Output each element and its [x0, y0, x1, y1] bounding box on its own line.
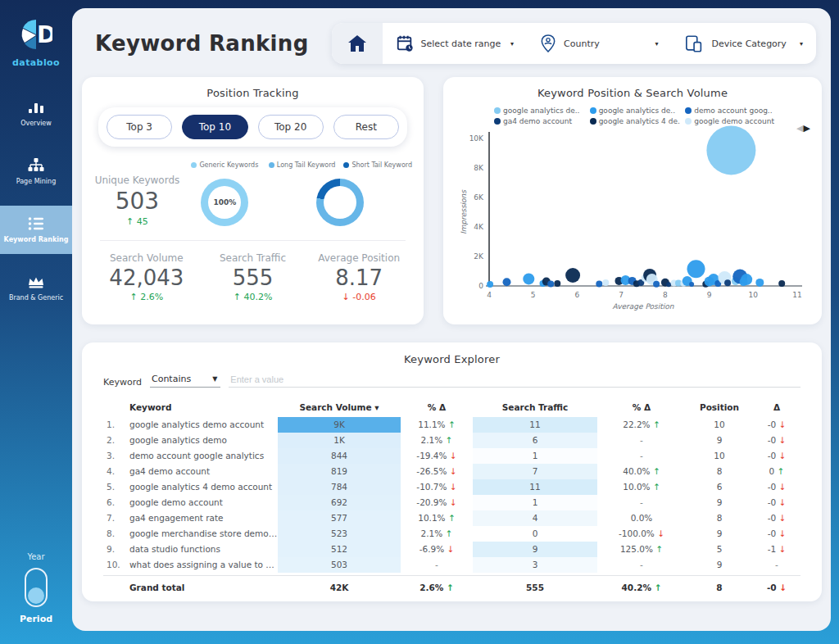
legend-item[interactable]: google analytics 4 de..	[590, 117, 681, 125]
tab-top-10[interactable]: Top 10	[182, 115, 247, 139]
legend-item[interactable]: google demo account	[685, 117, 776, 125]
pager-left-icon[interactable]: ◀	[796, 123, 803, 134]
search-traffic-cell: 0	[473, 526, 597, 542]
legend-item[interactable]: google analytics de..	[590, 107, 681, 115]
chart-legend: google analytics de..google analytics de…	[494, 107, 776, 125]
legend-item[interactable]: Long Tail Keyword	[269, 161, 336, 169]
position-cell: 9	[686, 526, 753, 542]
search-volume-cell: 523	[278, 526, 401, 542]
search-volume-cell: 503	[278, 557, 401, 573]
search-traffic-delta-cell: -	[597, 557, 686, 573]
date-range-filter[interactable]: Select date range ▾	[383, 23, 527, 64]
table-row: 5.google analytics 4 demo account784-10.…	[103, 479, 800, 495]
scatter-plot[interactable]: 02K4K6K8K10K4567891011Average PositionIm…	[456, 129, 809, 319]
tab-top-20[interactable]: Top 20	[258, 115, 324, 139]
column-header[interactable]: Keyword	[129, 402, 278, 412]
search-volume-delta-cell: 2.1% ↑	[401, 526, 473, 542]
sidebar-item-label: Overview	[20, 120, 52, 127]
search-volume-delta-cell: -20.9% ↓	[401, 495, 473, 510]
table-row: 3.demo account google analytics844-19.4%…	[103, 448, 800, 464]
grand-total-sv: 42K	[278, 578, 401, 593]
grand-total-std: 40.2% ↑	[597, 578, 686, 593]
sidebar-item-brand-generic[interactable]: Brand & Generic	[0, 264, 72, 312]
position-delta-cell: -0 ↓	[753, 433, 800, 448]
keyword-table: KeywordSearch Volume ▾% ΔSearch Traffic%…	[103, 401, 800, 595]
svg-text:D: D	[37, 21, 52, 48]
table-row: 9.data studio functions512-6.9% ↓9125.0%…	[103, 542, 800, 557]
table-body: 1.google analytics demo account9K11.1% ↑…	[103, 417, 800, 595]
metric-value: 8.17	[306, 265, 412, 290]
row-number: 3.	[103, 448, 129, 464]
metric-label: Search Traffic	[200, 252, 306, 264]
sidebar-item-keyword-ranking[interactable]: Keyword Ranking	[0, 206, 72, 254]
legend-item[interactable]: google analytics de..	[494, 107, 585, 115]
sidebar-nav: Overview Page Mining Keyword Ranking Bra…	[0, 89, 72, 322]
keyword-cell: ga4 demo account	[129, 464, 278, 479]
pager-right-icon[interactable]: ▶	[804, 123, 810, 134]
period-toggle-group: Year Period	[20, 552, 52, 624]
search-traffic-cell: 1	[473, 495, 597, 510]
keyword-cell: google merchandise store demo account	[129, 526, 278, 542]
position-tracking-totals: Search Volume 42,043 ↑ 2.6% Search Traff…	[93, 252, 412, 302]
toggle-period-label: Period	[20, 614, 52, 624]
filter-field-label: Keyword	[103, 377, 142, 388]
operator-value: Contains	[152, 374, 191, 384]
filter-bar: Select date range ▾ Country ▾ Device Cat…	[332, 23, 816, 64]
sitemap-icon	[28, 158, 44, 173]
position-cell: 8	[686, 464, 753, 479]
svg-text:10K: 10K	[469, 134, 484, 143]
brand-name: databloo	[12, 57, 60, 68]
metric-delta: ↑ 45	[93, 216, 181, 227]
home-button[interactable]	[332, 23, 383, 64]
grand-total-pos: 8	[686, 578, 753, 593]
metric-value: 42,043	[93, 265, 200, 290]
grand-total-row: Grand total42K2.6% ↑55540.2% ↑8-0 ↓	[103, 575, 800, 595]
legend-item[interactable]: demo account goog..	[685, 107, 776, 115]
metric-delta: ↑ 40.2%	[200, 292, 306, 302]
column-header[interactable]: % Δ	[401, 402, 473, 412]
keyword-explorer-card: Keyword Explorer Keyword Contains ▼ Keyw…	[82, 342, 822, 601]
svg-text:8K: 8K	[474, 164, 484, 172]
position-delta-cell: -0 ↓	[753, 526, 800, 542]
column-header[interactable]: Δ	[753, 402, 800, 412]
table-row: 8.google merchandise store demo account5…	[103, 526, 800, 542]
column-header[interactable]: Search Volume ▾	[278, 402, 401, 412]
device-category-filter[interactable]: Device Category ▾	[672, 23, 816, 64]
row-number: 6.	[103, 495, 129, 510]
country-filter[interactable]: Country ▾	[527, 23, 671, 64]
table-row: 6.google demo account692-20.9% ↓1-9-0 ↓	[103, 495, 800, 510]
keyword-cell: google analytics 4 demo account	[129, 479, 278, 495]
position-delta-cell: -	[753, 557, 800, 573]
column-header[interactable]: % Δ	[597, 402, 686, 412]
search-traffic-cell: 6	[473, 433, 597, 448]
tail-keywords-donut: Long Tail Keyword Short Tail Keyword	[269, 161, 412, 226]
search-traffic-delta-cell: 125.0% ↑	[597, 542, 686, 557]
column-header[interactable]: Position	[686, 402, 753, 412]
toggle-knob	[28, 587, 44, 604]
operator-select[interactable]: Contains ▼	[150, 374, 220, 388]
keyword-search-input[interactable]	[229, 374, 800, 388]
unique-keywords-metric: Unique Keywords 503 ↑ 45	[93, 161, 181, 227]
svg-text:11: 11	[792, 291, 801, 299]
legend-item[interactable]: Short Tail Keyword	[343, 161, 412, 169]
legend-item[interactable]: Generic Keywords	[191, 161, 258, 169]
page-title: Keyword Ranking	[95, 31, 309, 56]
search-volume-cell: 784	[278, 479, 401, 495]
position-cell: 9	[686, 557, 753, 573]
legend-dot	[494, 118, 501, 125]
main-content: Keyword Ranking Select date range ▾	[72, 8, 831, 631]
sidebar-item-page-mining[interactable]: Page Mining	[0, 147, 72, 196]
location-pin-icon	[540, 34, 556, 53]
column-header[interactable]: Search Traffic	[473, 402, 597, 412]
sidebar-item-label: Keyword Ranking	[4, 236, 69, 243]
position-delta-cell: 0 ↑	[753, 464, 800, 479]
tab-rest[interactable]: Rest	[333, 115, 399, 139]
search-traffic-delta-cell: -100.0% ↓	[597, 526, 686, 542]
year-period-toggle[interactable]	[25, 568, 48, 607]
sidebar-item-overview[interactable]: Overview	[0, 89, 72, 138]
search-traffic-cell: 7	[473, 464, 597, 479]
legend-item[interactable]: ga4 demo account	[494, 117, 585, 125]
tab-top-3[interactable]: Top 3	[107, 115, 172, 139]
metric-label: Unique Keywords	[93, 175, 181, 186]
svg-text:4K: 4K	[474, 223, 484, 231]
